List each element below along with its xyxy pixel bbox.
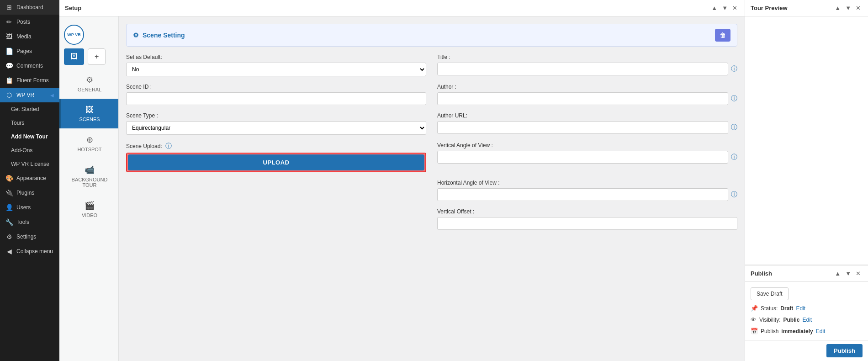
general-nav-icon: ⚙ (86, 75, 93, 85)
delete-scene-button[interactable]: 🗑 (715, 29, 730, 42)
gear-icon: ⚙ (133, 32, 139, 39)
status-edit-link[interactable]: Edit (796, 305, 805, 312)
sidebar-item-fluent-forms[interactable]: 📋 Fluent Forms (0, 73, 59, 88)
publish-down-btn[interactable]: ▼ (843, 269, 853, 278)
sidebar-item-users[interactable]: 👤 Users (0, 200, 59, 215)
setup-panel-header: Setup ▲ ▼ ✕ (59, 0, 745, 16)
sidebar-item-comments[interactable]: 💬 Comments (0, 58, 59, 73)
sidebar-item-plugins[interactable]: 🔌 Plugins (0, 186, 59, 200)
title-input[interactable] (437, 63, 728, 75)
title-info-icon[interactable]: ⓘ (731, 65, 737, 73)
scene-nav: WP VR 🖼 + ⚙ GENERAL 🖼 SCENES ⊕ HOT (59, 16, 119, 361)
author-info-icon[interactable]: ⓘ (731, 95, 737, 103)
tour-preview-title: Tour Preview (751, 5, 788, 11)
upload-btn-container: UPLOAD (126, 153, 426, 172)
publish-panel-header: Publish ▲ ▼ ✕ (745, 265, 868, 282)
scene-tabs: 🖼 + (59, 45, 118, 69)
upload-button[interactable]: UPLOAD (128, 154, 424, 170)
scene-type-label: Scene Type : (126, 112, 426, 119)
horizontal-angle-input[interactable] (437, 188, 728, 201)
nav-item-video[interactable]: 🎬 VIDEO (59, 194, 118, 224)
scene-id-group: Scene ID : (126, 84, 426, 105)
visibility-row: 👁 Visibility: Public Edit (751, 316, 863, 323)
visibility-label: Visibility: (759, 317, 780, 323)
tour-preview-up-btn[interactable]: ▲ (833, 4, 842, 12)
publish-button[interactable]: Publish (826, 344, 863, 357)
publish-up-btn[interactable]: ▲ (833, 269, 842, 278)
status-value: Draft (780, 305, 793, 312)
sidebar-item-posts[interactable]: ✏ Posts (0, 15, 59, 29)
horizontal-angle-label: Horizontal Angle of View : (437, 180, 737, 186)
author-url-input[interactable] (437, 121, 728, 134)
video-nav-icon: 🎬 (85, 201, 95, 211)
publish-panel: Publish ▲ ▼ ✕ Save Draft 📌 Status: Draft… (745, 265, 868, 361)
vertical-offset-input[interactable] (437, 217, 737, 230)
scene-form-grid: Set as Default: No Yes Title : ⓘ (126, 54, 737, 230)
sidebar-item-collapse[interactable]: ◀ Collapse menu (0, 244, 59, 259)
content-area: ⚙ Scene Setting 🗑 Set as Default: No Yes (119, 16, 745, 361)
vertical-angle-label: Vertical Angle of View : (437, 142, 737, 149)
nav-item-general[interactable]: ⚙ GENERAL (59, 69, 118, 99)
publish-body: Save Draft 📌 Status: Draft Edit 👁 Visibi… (745, 282, 868, 340)
sidebar-item-media[interactable]: 🖼 Media (0, 29, 59, 44)
title-group: Title : ⓘ (437, 54, 737, 76)
sidebar-item-settings[interactable]: ⚙ Settings (0, 229, 59, 244)
set-as-default-label: Set as Default: (126, 54, 426, 60)
save-draft-button[interactable]: Save Draft (751, 287, 789, 300)
set-as-default-group: Set as Default: No Yes (126, 54, 426, 76)
comments-icon: 💬 (5, 62, 13, 69)
scene-id-input[interactable] (126, 92, 426, 105)
add-scene-tab[interactable]: + (88, 48, 106, 65)
sidebar-item-wp-vr[interactable]: ⬡ WP VR ◀ (0, 88, 59, 102)
scene-id-label: Scene ID : (126, 84, 426, 90)
vertical-angle-group: Vertical Angle of View : ⓘ (437, 142, 737, 172)
publish-label: Publish (761, 328, 778, 334)
image-scene-tab[interactable]: 🖼 (64, 48, 84, 65)
setup-collapse-up-btn[interactable]: ▲ (709, 4, 719, 12)
publish-timing-edit-link[interactable]: Edit (816, 328, 826, 334)
publish-title: Publish (751, 270, 772, 277)
setup-close-btn[interactable]: ✕ (730, 4, 739, 12)
setup-title: Setup (65, 5, 81, 11)
set-as-default-select[interactable]: No Yes (126, 63, 426, 76)
nav-item-hotspot[interactable]: ⊕ HOTSPOT (59, 128, 118, 159)
sidebar-item-pages[interactable]: 📄 Pages (0, 44, 59, 58)
sidebar-item-appearance[interactable]: 🎨 Appearance (0, 171, 59, 186)
tour-preview-controls: ▲ ▼ ✕ (833, 4, 863, 12)
publish-close-btn[interactable]: ✕ (854, 269, 863, 278)
vertical-angle-info-icon[interactable]: ⓘ (731, 153, 737, 161)
scene-type-select[interactable]: Equirectangular Cube Multires (126, 121, 426, 135)
status-label: Status: (761, 305, 778, 312)
settings-icon: ⚙ (5, 233, 13, 240)
right-panel: Tour Preview ▲ ▼ ✕ Publish ▲ ▼ ✕ (745, 0, 868, 361)
pages-icon: 📄 (5, 48, 13, 55)
vertical-angle-input[interactable] (437, 151, 728, 164)
tour-preview-close-btn[interactable]: ✕ (854, 4, 863, 12)
tour-preview-header: Tour Preview ▲ ▼ ✕ (745, 0, 868, 16)
title-label: Title : (437, 54, 737, 60)
upload-info-icon[interactable]: ⓘ (165, 142, 172, 149)
horizontal-angle-info-icon[interactable]: ⓘ (731, 191, 737, 199)
setup-inner: WP VR 🖼 + ⚙ GENERAL 🖼 SCENES ⊕ HOT (59, 16, 745, 361)
sidebar-item-add-ons[interactable]: Add-Ons (0, 143, 59, 157)
sidebar-item-dashboard[interactable]: ⊞ Dashboard (0, 0, 59, 15)
sidebar: ⊞ Dashboard ✏ Posts 🖼 Media 📄 Pages 💬 Co… (0, 0, 59, 361)
scene-type-group: Scene Type : Equirectangular Cube Multir… (126, 112, 426, 135)
nav-item-background-tour[interactable]: 📹 BACKGROUND TOUR (59, 159, 118, 194)
sidebar-item-tools[interactable]: 🔧 Tools (0, 215, 59, 229)
sidebar-item-add-new-tour[interactable]: Add New Tour (0, 130, 59, 143)
posts-icon: ✏ (5, 18, 13, 26)
sidebar-item-get-started[interactable]: Get Started (0, 102, 59, 116)
visibility-edit-link[interactable]: Edit (802, 317, 812, 323)
tour-preview-down-btn[interactable]: ▼ (843, 4, 853, 12)
nav-item-scenes[interactable]: 🖼 SCENES (59, 99, 118, 128)
author-url-info-icon[interactable]: ⓘ (731, 123, 737, 132)
sidebar-item-tours[interactable]: Tours (0, 116, 59, 130)
status-icon: 📌 (751, 305, 758, 312)
sidebar-item-wp-vr-license[interactable]: WP VR License (0, 157, 59, 171)
scenes-nav-icon: 🖼 (85, 105, 94, 115)
author-input[interactable] (437, 92, 728, 105)
vertical-offset-group: Vertical Offset : (437, 208, 737, 230)
collapse-icon: ◀ (5, 248, 13, 255)
setup-collapse-down-btn[interactable]: ▼ (720, 4, 730, 12)
